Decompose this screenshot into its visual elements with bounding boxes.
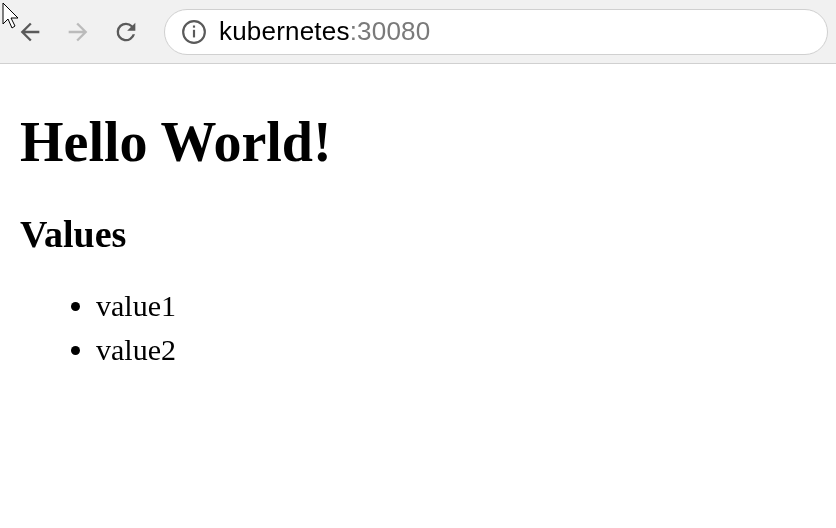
page-subheading: Values bbox=[20, 212, 816, 256]
address-bar[interactable]: kubernetes:30080 bbox=[164, 9, 828, 55]
info-icon[interactable] bbox=[181, 19, 207, 45]
forward-arrow-icon bbox=[64, 18, 92, 46]
svg-rect-1 bbox=[193, 29, 195, 37]
back-arrow-icon bbox=[16, 18, 44, 46]
reload-button[interactable] bbox=[104, 10, 148, 54]
back-button[interactable] bbox=[8, 10, 52, 54]
page-heading: Hello World! bbox=[20, 110, 816, 174]
url-port: :30080 bbox=[350, 16, 431, 46]
reload-icon bbox=[112, 18, 140, 46]
list-item: value2 bbox=[96, 328, 816, 372]
url-text: kubernetes:30080 bbox=[219, 16, 430, 47]
list-item: value1 bbox=[96, 284, 816, 328]
forward-button[interactable] bbox=[56, 10, 100, 54]
page-content: Hello World! Values value1 value2 bbox=[0, 64, 836, 399]
browser-toolbar: kubernetes:30080 bbox=[0, 0, 836, 64]
url-host: kubernetes bbox=[219, 16, 350, 46]
svg-rect-2 bbox=[193, 25, 195, 27]
values-list: value1 value2 bbox=[20, 284, 816, 371]
